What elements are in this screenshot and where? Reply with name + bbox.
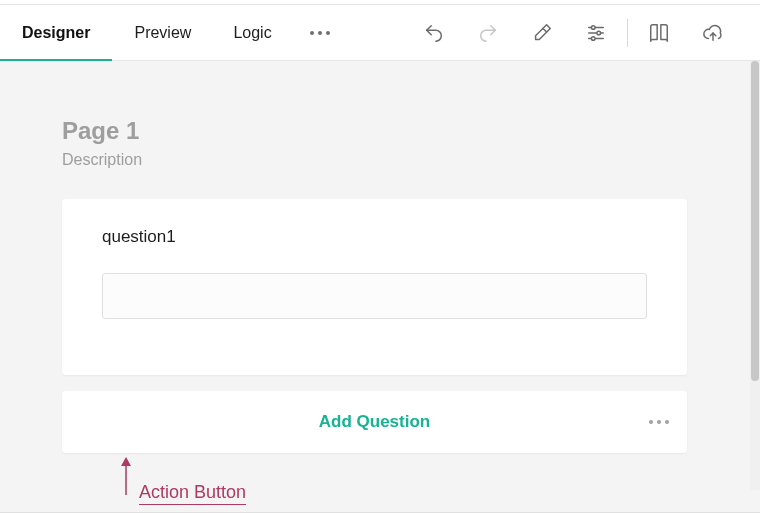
settings-icon xyxy=(585,22,607,44)
book-icon xyxy=(648,22,670,44)
publish-button[interactable] xyxy=(686,5,740,60)
canvas-scroll[interactable]: Page 1 Description question1 Add Questio… xyxy=(0,61,750,490)
page-description[interactable]: Description xyxy=(62,151,687,169)
tab-logic-label: Logic xyxy=(233,24,271,42)
toolbar-divider xyxy=(627,19,628,47)
svg-point-4 xyxy=(597,31,601,35)
tab-logic[interactable]: Logic xyxy=(213,5,291,60)
tab-preview-label: Preview xyxy=(134,24,191,42)
tab-designer-label: Designer xyxy=(22,24,90,42)
annotation-label: Action Button xyxy=(139,482,246,505)
header-toolbar xyxy=(407,5,756,60)
header-tabs: Designer Preview Logic xyxy=(0,5,348,60)
library-button[interactable] xyxy=(632,5,686,60)
scrollbar-track[interactable] xyxy=(750,61,760,490)
eraser-icon xyxy=(531,22,553,44)
redo-icon xyxy=(477,22,499,44)
tab-designer[interactable]: Designer xyxy=(0,5,112,60)
undo-button[interactable] xyxy=(407,5,461,60)
designer-canvas: Page 1 Description question1 Add Questio… xyxy=(0,61,760,513)
cloud-upload-icon xyxy=(702,22,724,44)
question-card[interactable]: question1 xyxy=(62,199,687,375)
more-icon xyxy=(649,420,669,424)
annotation-arrow xyxy=(119,457,133,495)
add-question-more-button[interactable] xyxy=(649,391,669,453)
tab-preview[interactable]: Preview xyxy=(112,5,213,60)
add-question-panel: Add Question xyxy=(62,391,687,453)
app-header: Designer Preview Logic xyxy=(0,5,760,61)
redo-button[interactable] xyxy=(461,5,515,60)
more-icon xyxy=(310,31,330,35)
undo-icon xyxy=(423,22,445,44)
scrollbar-thumb[interactable] xyxy=(751,61,759,381)
tabs-more-button[interactable] xyxy=(292,5,348,60)
svg-point-5 xyxy=(591,36,595,40)
svg-marker-7 xyxy=(121,457,131,466)
question-label[interactable]: question1 xyxy=(102,227,647,247)
page-title[interactable]: Page 1 xyxy=(62,117,687,145)
eraser-button[interactable] xyxy=(515,5,569,60)
add-question-button[interactable]: Add Question xyxy=(62,412,687,432)
settings-button[interactable] xyxy=(569,5,623,60)
question-text-input[interactable] xyxy=(102,273,647,319)
svg-point-3 xyxy=(591,25,595,29)
